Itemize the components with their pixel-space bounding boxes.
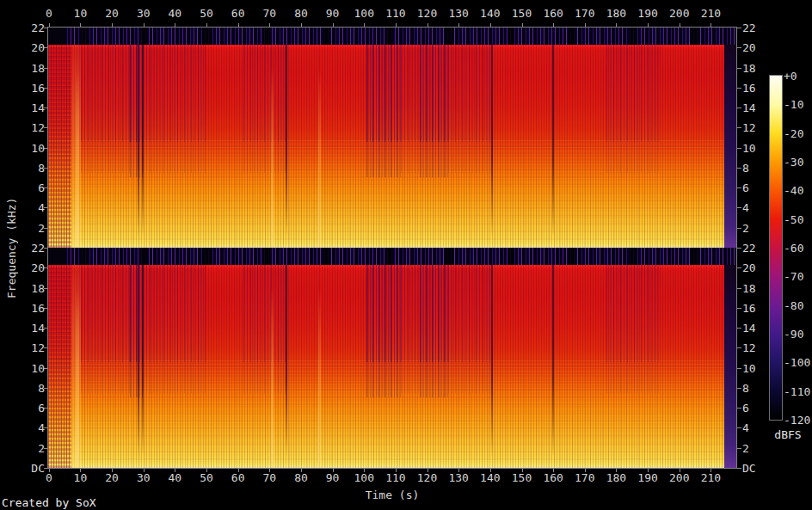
- time-tick-label-top: 140: [473, 8, 508, 19]
- ch2-section-loud: [206, 248, 243, 468]
- freq-tick-label-left: 20: [7, 262, 45, 273]
- colorbar-unit-label: dBFS: [771, 429, 805, 440]
- ch2-streak-dark: [491, 248, 493, 468]
- ch1-section-quiet-tail: [366, 142, 401, 177]
- freq-tick-label-left: 10: [7, 143, 45, 154]
- time-tick-label-bottom: 210: [693, 472, 728, 483]
- freq-tick-right: [737, 448, 741, 449]
- time-tick-label-top: 190: [631, 8, 665, 19]
- freq-tick-right: [737, 68, 741, 69]
- freq-tick-label-left: 12: [7, 342, 45, 353]
- ch2-section-medium-tail: [401, 362, 420, 393]
- time-tick-top: [522, 23, 523, 27]
- freq-tick-label-left: 16: [7, 83, 45, 94]
- ch2-section-quiet-tail: [366, 362, 401, 397]
- spectrogram-channel-1: [48, 28, 736, 248]
- ch1-section-medium-tail: [448, 142, 492, 173]
- freq-tick-label-left: 18: [7, 283, 45, 294]
- ch1-section-loud: [661, 28, 724, 248]
- freq-tick-right: [737, 207, 741, 208]
- freq-tick-right: [737, 127, 741, 128]
- colorbar-tick-label: -20: [784, 128, 811, 139]
- freq-tick-right: [737, 328, 741, 329]
- spectrogram-channel-2: [48, 248, 736, 468]
- colorbar-tick-label: -70: [784, 271, 811, 282]
- freq-tick-right: [737, 148, 741, 149]
- time-tick-label-bottom: 180: [599, 472, 633, 483]
- freq-tick-right: [737, 168, 741, 169]
- freq-tick-label-left: 10: [7, 363, 45, 374]
- freq-tick-label-left: 20: [7, 42, 45, 53]
- freq-tick-label-left: 2: [7, 223, 45, 234]
- ch1-section-intro: [48, 28, 71, 248]
- time-tick-label-top: 130: [441, 8, 476, 19]
- freq-tick-label-left: 16: [7, 303, 45, 314]
- freq-tick-label-left: 12: [7, 122, 45, 133]
- time-tick-label-top: 50: [189, 8, 224, 19]
- ch2-streak-dark: [138, 248, 139, 468]
- ch2-streak-bright: [271, 248, 274, 468]
- time-tick-label-bottom: 40: [157, 472, 192, 483]
- colorbar-tick-label: -30: [784, 157, 811, 168]
- time-tick-label-bottom: 100: [347, 472, 381, 483]
- colorbar-tick-label: -80: [784, 300, 811, 311]
- freq-tick-label-left: 22: [7, 243, 45, 254]
- time-tick-label-top: 160: [536, 8, 570, 19]
- ch1-streak-dark: [142, 28, 144, 248]
- ch2-above-cutoff-band: [48, 248, 736, 265]
- freq-tick-right: [737, 288, 741, 289]
- ch2-section-quiet-tail: [420, 362, 448, 397]
- colorbar-tick-label: -100: [784, 357, 811, 368]
- time-tick-label-bottom: 130: [441, 472, 476, 483]
- time-tick-label-bottom: 160: [536, 472, 570, 483]
- time-tick-top: [301, 23, 302, 27]
- time-tick-top: [112, 23, 113, 27]
- colorbar-tick-label: -60: [784, 243, 811, 254]
- colorbar-tick-label: -50: [784, 214, 811, 225]
- freq-tick-label-left: 6: [7, 182, 45, 194]
- time-tick-top: [269, 23, 270, 27]
- time-tick-label-top: 210: [693, 8, 728, 19]
- time-tick-label-top: 120: [410, 8, 445, 19]
- ch1-above-cutoff-band: [48, 28, 736, 45]
- ch2-streak-bright: [76, 248, 79, 468]
- ch1-streak-bright: [76, 28, 79, 248]
- freq-tick-right: [737, 347, 741, 348]
- colorbar-tick-label: -120: [784, 415, 811, 426]
- freq-tick-right: [737, 47, 741, 48]
- ch2-section-quiet-tail: [130, 362, 143, 397]
- time-tick-label-bottom: 30: [126, 472, 161, 483]
- time-tick-top: [80, 23, 81, 27]
- freq-tick-label-right: DC: [742, 463, 777, 474]
- ch1-section-medium-tail: [81, 142, 130, 173]
- freq-tick-right: [737, 368, 741, 369]
- time-tick-top: [364, 23, 365, 27]
- freq-tick-right: [737, 187, 741, 188]
- time-tick-label-top: 80: [284, 8, 318, 19]
- ch1-streak-dark: [491, 28, 493, 248]
- freq-tick-right: [737, 267, 741, 268]
- ch1-section-loud: [288, 28, 367, 248]
- time-tick-label-bottom: 70: [252, 472, 286, 483]
- ch1-section-medium-tail: [143, 142, 206, 173]
- ch2-streak-dark: [286, 248, 287, 468]
- ch1-streak-dark: [138, 28, 139, 248]
- ch1-section-loud: [206, 28, 243, 248]
- freq-tick-right: [737, 88, 741, 89]
- ch2-streak-bright: [318, 248, 321, 468]
- freq-tick-label-right: 18: [742, 63, 777, 74]
- ch2-section-loud: [493, 248, 606, 468]
- ch1-section-loud: [493, 28, 606, 248]
- time-tick-top: [616, 23, 617, 27]
- ch2-section-loud: [661, 248, 724, 468]
- sox-spectrogram-window: Frequency (kHz) 001010202030304040505060…: [0, 0, 812, 510]
- freq-tick-right: [737, 228, 741, 229]
- time-tick-label-bottom: 50: [189, 472, 224, 483]
- freq-tick-right: [737, 468, 741, 469]
- time-tick-label-top: 170: [568, 8, 602, 19]
- freq-tick-right: [737, 28, 741, 28]
- time-tick-top: [144, 23, 145, 27]
- time-tick-top: [49, 23, 50, 27]
- freq-tick-right: [737, 248, 741, 249]
- ch2-section-medium-tail: [81, 362, 130, 393]
